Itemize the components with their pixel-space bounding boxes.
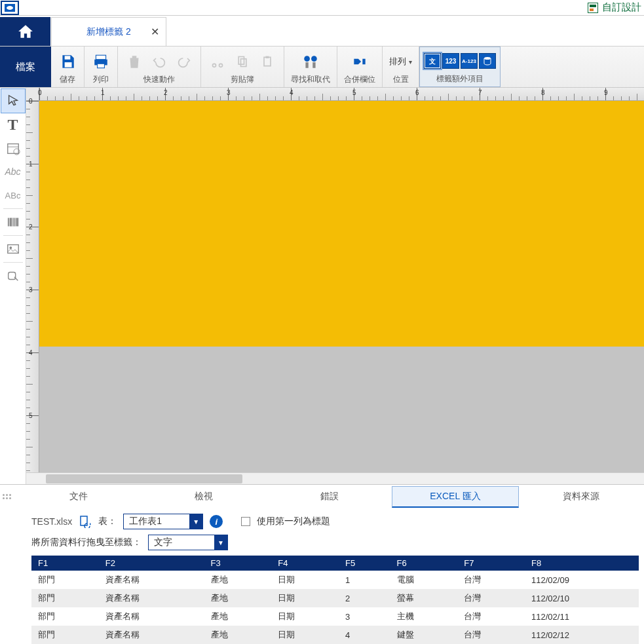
table-row[interactable]: 部門資產名稱產地日期4鍵盤台灣112/02/12 (31, 626, 639, 644)
group-label-save: 儲存 (60, 74, 75, 86)
file-menu-button[interactable]: 檔案 (0, 47, 51, 87)
cell: 台灣 (457, 589, 525, 607)
table-row[interactable]: 部門資產名稱產地日期3主機台灣112/02/11 (31, 607, 639, 626)
svg-rect-0 (65, 56, 71, 59)
column-header[interactable]: F7 (457, 556, 525, 571)
column-header[interactable]: F1 (31, 556, 99, 571)
image-tool[interactable] (1, 237, 25, 261)
label-canvas[interactable] (39, 101, 644, 347)
ribbon-group-find: 尋找和取代 (284, 47, 337, 87)
delete-button[interactable] (124, 52, 144, 71)
plain-text-tool[interactable]: ABc (1, 183, 25, 207)
column-header[interactable]: F4 (271, 556, 339, 571)
custom-design-link[interactable]: 自訂設計 (588, 1, 644, 14)
table-row[interactable]: 部門資產名稱產地日期1電腦台灣112/02/09 (31, 571, 639, 589)
pointer-tool[interactable] (1, 89, 25, 113)
extras-code-button[interactable]: A-123 (461, 53, 478, 69)
panel-drag-handle[interactable] (0, 491, 16, 502)
extras-db-button[interactable] (479, 53, 496, 69)
horizontal-ruler[interactable]: 012345678910 (26, 88, 644, 101)
first-row-header-checkbox[interactable] (241, 517, 250, 526)
merge-button[interactable] (350, 52, 369, 71)
grid-header-row: F1F2F3F4F5F6F7F8 (31, 556, 639, 571)
home-tab[interactable] (0, 17, 51, 46)
save-button[interactable] (58, 52, 77, 71)
copy-button[interactable] (233, 52, 252, 71)
tool-strip: T Abc ABc (0, 88, 26, 484)
column-header[interactable]: F8 (525, 556, 639, 571)
column-header[interactable]: F2 (99, 556, 204, 571)
quick-access-button[interactable] (1, 1, 19, 15)
design-icon (588, 3, 598, 13)
home-icon (17, 23, 34, 40)
redo-button[interactable] (174, 52, 194, 71)
extras-number-button[interactable]: 123 (442, 53, 459, 69)
sheet-select[interactable]: 工作表1▼ (123, 514, 203, 529)
refresh-file-button[interactable] (79, 515, 92, 528)
drag-mode-select[interactable]: 文字▼ (148, 535, 228, 550)
cell: 鍵盤 (390, 626, 458, 644)
scrollbar-thumb[interactable] (46, 474, 242, 483)
svg-text:文: 文 (428, 58, 436, 65)
undo-button[interactable] (149, 52, 169, 71)
table-row[interactable]: 部門資產名稱產地日期2螢幕台灣112/02/10 (31, 589, 639, 607)
cell: 資產名稱 (99, 626, 204, 644)
bottom-tabs: 文件 檢視 錯誤 EXCEL 匯入 資料來源 (0, 485, 644, 508)
svg-rect-9 (264, 57, 271, 66)
cell: 112/02/12 (525, 626, 639, 644)
cell: 4 (339, 626, 390, 644)
tool-separator (3, 208, 23, 209)
info-button[interactable]: i (210, 515, 223, 528)
tab-data-source[interactable]: 資料來源 (519, 487, 644, 506)
date-tool[interactable] (1, 136, 25, 160)
cell: 電腦 (390, 571, 458, 589)
horizontal-scrollbar[interactable] (26, 472, 644, 484)
tab-document[interactable]: 文件 (16, 487, 141, 506)
svg-rect-29 (8, 273, 15, 280)
cell: 部門 (31, 626, 99, 644)
vertical-ruler[interactable]: 012345 (26, 101, 39, 472)
barcode-tool[interactable] (1, 210, 25, 234)
print-button[interactable] (91, 52, 111, 71)
ribbon-group-clipboard: 剪貼簿 (201, 47, 284, 87)
cell: 112/02/10 (525, 589, 639, 607)
tab-errors[interactable]: 錯誤 (267, 487, 392, 506)
cell: 主機 (390, 607, 458, 626)
text-tool[interactable]: T (1, 113, 25, 136)
svg-rect-2 (96, 55, 105, 60)
cell: 日期 (271, 589, 339, 607)
tab-excel-import[interactable]: EXCEL 匯入 (392, 486, 518, 508)
cell: 部門 (31, 607, 99, 626)
canvas-area: 012345678910 012345 (26, 88, 644, 484)
close-tab-button[interactable]: ✕ (151, 26, 159, 38)
title-bar: 自訂設計 (0, 0, 644, 16)
ribbon-group-merge: 合併欄位 (337, 47, 383, 87)
ribbon-group-print: 列印 (85, 47, 118, 87)
cell: 台灣 (457, 571, 525, 589)
column-header[interactable]: F6 (390, 556, 458, 571)
cell: 1 (339, 571, 390, 589)
shape-tool[interactable] (1, 264, 25, 288)
group-label-print: 列印 (93, 74, 109, 86)
custom-design-label: 自訂設計 (602, 1, 641, 14)
cut-button[interactable] (208, 52, 227, 71)
cell: 台灣 (457, 607, 525, 626)
group-label-extras: 標籤額外項目 (436, 73, 483, 85)
find-replace-button[interactable] (301, 52, 320, 71)
group-label-position: 位置 (393, 74, 409, 86)
curved-text-tool[interactable]: Abc (1, 160, 25, 183)
group-label-merge: 合併欄位 (344, 74, 375, 86)
column-header[interactable]: F3 (204, 556, 272, 571)
cell: 產地 (204, 571, 272, 589)
cell: 產地 (204, 607, 272, 626)
document-tab[interactable]: 新增標籤 2 ✕ (51, 17, 166, 46)
paste-button[interactable] (257, 52, 277, 71)
arrange-dropdown[interactable]: 排列 (389, 56, 412, 67)
column-header[interactable]: F5 (339, 556, 390, 571)
design-stage[interactable] (39, 101, 644, 472)
extras-text-button[interactable]: 文 (424, 53, 441, 69)
data-grid[interactable]: F1F2F3F4F5F6F7F8 部門資產名稱產地日期1電腦台灣112/02/0… (31, 556, 639, 644)
cell: 資產名稱 (99, 571, 204, 589)
tab-view[interactable]: 檢視 (141, 487, 266, 506)
import-filename: TEST.xlsx (31, 516, 72, 527)
